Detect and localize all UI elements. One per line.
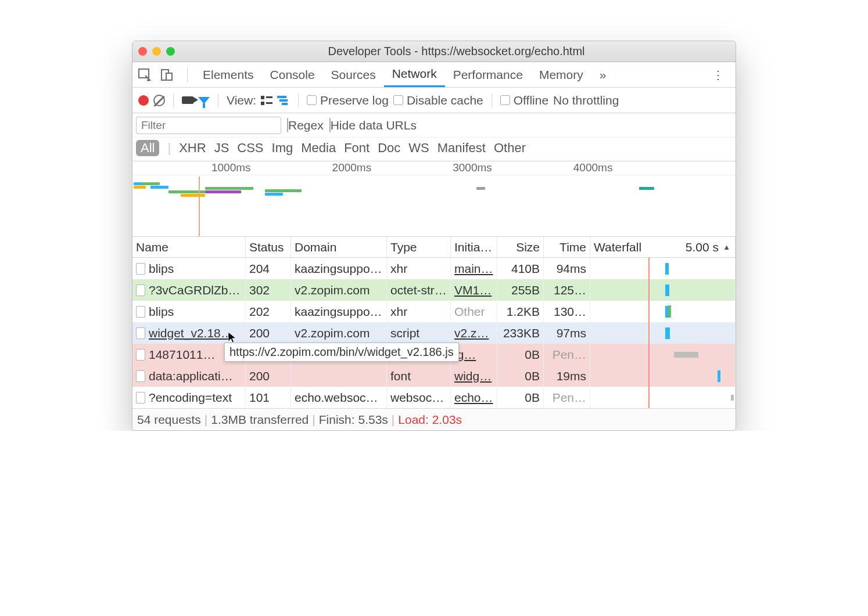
tabs-overflow[interactable]: » <box>591 63 615 87</box>
kebab-menu-icon[interactable]: ⋮ <box>706 66 730 84</box>
throttling-select[interactable]: No throttling <box>553 93 619 107</box>
type-filter-doc[interactable]: Doc <box>378 141 400 156</box>
filter-row: Regex Hide data URLs <box>132 113 736 138</box>
overview-timeline[interactable]: 1000ms 2000ms 3000ms 4000ms 50 <box>132 161 736 237</box>
waterfall-cell <box>590 322 736 344</box>
type-filter-js[interactable]: JS <box>214 141 229 156</box>
tab-performance[interactable]: Performance <box>445 63 531 87</box>
overview-tick: 50 <box>736 161 736 174</box>
table-row[interactable]: widget_v2.18…200v2.zopim.comscriptv2.z…2… <box>132 322 736 344</box>
time-cell: Pen… <box>544 344 590 365</box>
initiator-cell: main… <box>451 258 497 279</box>
select-element-icon[interactable] <box>138 69 151 81</box>
status-finish: Finish: 5.53s <box>319 413 388 427</box>
col-domain[interactable]: Domain <box>291 237 387 257</box>
type-filter-other[interactable]: Other <box>494 141 526 156</box>
table-row[interactable]: data:applicati…200fontwidg…0B19ms <box>132 365 736 387</box>
panel-tabs: Elements Console Sources Network Perform… <box>132 62 736 88</box>
close-window-button[interactable] <box>138 47 147 56</box>
type-filter-ws[interactable]: WS <box>408 141 429 156</box>
table-row[interactable]: blips202kaazingsuppo…xhrOther1.2KB130… <box>132 301 736 322</box>
table-row[interactable]: ?3vCaGRDlZb…302v2.zopim.comoctet-str…VM1… <box>132 279 736 301</box>
svg-rect-8 <box>279 99 288 102</box>
type-cell: script <box>387 322 451 344</box>
file-icon <box>136 392 145 404</box>
svg-rect-9 <box>282 103 288 105</box>
titlebar: Developer Tools - https://websocket.org/… <box>132 41 736 62</box>
domain-cell: v2.zopim.com <box>291 322 387 344</box>
waterfall-cell <box>590 387 736 408</box>
domain-cell: kaazingsuppo… <box>291 258 387 279</box>
tab-network[interactable]: Network <box>384 62 445 87</box>
waterfall-cell <box>590 258 736 279</box>
col-time[interactable]: Time <box>544 237 590 257</box>
clear-button[interactable] <box>153 95 165 106</box>
minimize-window-button[interactable] <box>152 47 161 56</box>
devtools-window: Developer Tools - https://websocket.org/… <box>132 41 736 431</box>
initiator-cell: v2.z… <box>451 322 497 344</box>
toggle-device-icon[interactable] <box>160 69 173 81</box>
size-cell: 1.2KB <box>497 301 544 322</box>
overview-load-marker <box>199 176 200 236</box>
type-filter-font[interactable]: Font <box>344 141 370 156</box>
type-filter-manifest[interactable]: Manifest <box>437 141 486 156</box>
type-filter-all[interactable]: All <box>136 140 159 156</box>
status-cell: 202 <box>246 301 291 322</box>
type-cell: xhr <box>387 258 451 279</box>
svg-rect-7 <box>277 96 286 98</box>
view-large-icon[interactable] <box>261 96 272 105</box>
hide-data-urls-checkbox[interactable]: Hide data URLs <box>329 118 417 132</box>
type-filter-media[interactable]: Media <box>301 141 336 156</box>
regex-checkbox[interactable]: Regex <box>287 118 324 132</box>
type-filter-img[interactable]: Img <box>272 141 293 156</box>
col-type[interactable]: Type <box>387 237 451 257</box>
tab-elements[interactable]: Elements <box>195 63 262 87</box>
waterfall-cell <box>590 365 736 387</box>
zoom-window-button[interactable] <box>166 47 175 56</box>
table-header: Name Status Domain Type Initia… Size Tim… <box>132 237 736 258</box>
type-filter-xhr[interactable]: XHR <box>179 141 206 156</box>
type-cell: xhr <box>387 301 451 322</box>
col-initiator[interactable]: Initia… <box>451 237 497 257</box>
sort-asc-icon: ▲ <box>723 243 730 251</box>
offline-checkbox[interactable]: Offline <box>500 93 548 107</box>
col-waterfall[interactable]: Waterfall 5.00 s ▲ <box>590 237 736 257</box>
col-status[interactable]: Status <box>246 237 291 257</box>
overview-tick: 4000ms <box>573 161 615 174</box>
type-filter-css[interactable]: CSS <box>237 141 263 156</box>
time-cell: Pen… <box>544 387 590 408</box>
initiator-cell: echo… <box>451 387 497 408</box>
svg-rect-6 <box>266 102 272 104</box>
disable-cache-checkbox[interactable]: Disable cache <box>393 93 483 107</box>
domain-cell: echo.websoc… <box>291 387 387 408</box>
domain-cell: kaazingsuppo… <box>291 301 387 322</box>
filter-icon[interactable] <box>198 97 210 104</box>
tab-memory[interactable]: Memory <box>531 63 591 87</box>
status-cell: 101 <box>246 387 291 408</box>
view-waterfall-icon[interactable] <box>277 96 290 105</box>
tab-sources[interactable]: Sources <box>323 63 384 87</box>
col-size[interactable]: Size <box>497 237 544 257</box>
type-cell: octet-str… <box>387 279 451 301</box>
size-cell: 0B <box>497 365 544 387</box>
record-button[interactable] <box>138 95 149 106</box>
tab-console[interactable]: Console <box>262 63 323 87</box>
file-icon <box>136 349 145 361</box>
status-bar: 54 requests | 1.3MB transferred | Finish… <box>132 408 736 430</box>
time-cell: 94ms <box>544 258 590 279</box>
time-cell: 19ms <box>544 365 590 387</box>
request-name: ?3vCaGRDlZb… <box>149 283 241 297</box>
file-icon <box>136 370 145 382</box>
preserve-log-checkbox[interactable]: Preserve log <box>307 93 389 107</box>
table-row[interactable]: blips204kaazingsuppo…xhrmain…410B94ms <box>132 258 736 279</box>
view-label: View: <box>227 93 256 107</box>
col-name[interactable]: Name <box>132 237 246 257</box>
tooltip: https://v2.zopim.com/bin/v/widget_v2.186… <box>224 343 459 362</box>
size-cell: 0B <box>497 344 544 365</box>
capture-screenshots-icon[interactable] <box>182 96 193 104</box>
filter-input[interactable] <box>136 117 281 134</box>
overview-tick: 2000ms <box>332 161 374 174</box>
table-row[interactable]: ?encoding=text101echo.websoc…websoc…echo… <box>132 387 736 408</box>
status-cell: 200 <box>246 365 291 387</box>
svg-rect-2 <box>166 73 172 80</box>
